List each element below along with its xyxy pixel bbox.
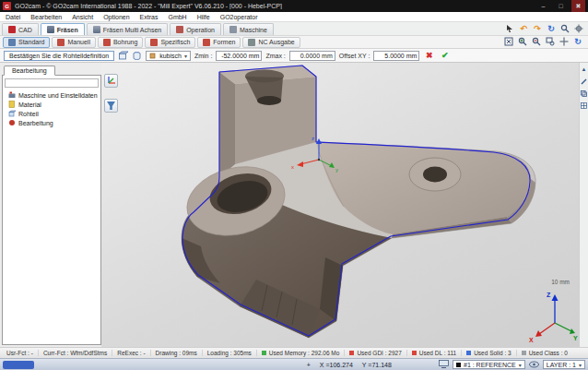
refresh-icon[interactable]: ↻ [546, 23, 557, 34]
coordinate-bar: + X =106.274 Y =71.148 #1 : REFERENCE ▾ … [0, 358, 588, 370]
menu-ansicht[interactable]: Ansicht [72, 14, 93, 20]
monitor-icon[interactable] [439, 360, 449, 369]
grid-icon[interactable] [581, 101, 588, 109]
arrow-up-icon[interactable]: ▲ [581, 66, 588, 73]
undo-icon[interactable]: ↶ [518, 23, 529, 34]
tab-maschine[interactable]: Maschine [223, 23, 274, 35]
subtab-bohrung-label: Bohrung [113, 39, 137, 45]
zmin-field[interactable]: -52.0000 mm [216, 51, 262, 61]
machining-icon [8, 119, 16, 126]
menu-go2operator[interactable]: GO2operator [220, 14, 258, 20]
origin-triad: Z X Y [529, 292, 578, 343]
pencil-icon[interactable] [581, 78, 588, 85]
progress-indicator [3, 361, 34, 369]
window-title: GO2cam - © GO2cam International 1988 - 2… [15, 3, 533, 9]
filter-tool-button[interactable] [104, 99, 118, 113]
tree-item-rohteil-label: Rohteil [18, 111, 39, 117]
svg-text:x: x [291, 164, 294, 170]
menu-optionen[interactable]: Optionen [103, 14, 129, 20]
layer-value: LAYER : 1 [547, 362, 576, 368]
layer-select[interactable]: LAYER : 1 ▾ [543, 360, 585, 369]
status-solid-label: Used Solid : 3 [474, 350, 511, 356]
tree-item-bearbeitung[interactable]: Bearbeitung [5, 118, 99, 127]
confirm-button[interactable]: ✔ [439, 51, 451, 60]
redo-icon[interactable]: ↷ [532, 23, 543, 34]
maximize-button[interactable]: □ [554, 0, 568, 12]
tab-fraesen-multi-achsen[interactable]: Fräsen Multi Achsen [87, 23, 168, 35]
status-gdi-label: Used GDI : 2927 [357, 350, 401, 356]
milling-icon [47, 26, 54, 33]
svg-text:Y: Y [573, 335, 578, 341]
machine-setup-icon [8, 91, 16, 99]
subtab-formen-label: Formen [213, 39, 235, 45]
status-drawing: Drawing : 09ms [151, 350, 203, 356]
offset-xy-field[interactable]: 5.0000 mm [373, 51, 419, 61]
tab-operation[interactable]: Operation [170, 23, 221, 35]
close-button[interactable]: ✖ [571, 0, 585, 12]
pan-icon[interactable] [559, 36, 570, 47]
minimize-button[interactable]: – [536, 0, 550, 12]
zoom-window-icon[interactable] [545, 36, 556, 47]
stock-cylinder-icon[interactable] [132, 51, 142, 61]
tree-item-material[interactable]: Material [5, 100, 99, 109]
cancel-button[interactable]: ✖ [423, 51, 435, 60]
cube-icon [149, 52, 157, 59]
prompt-bar: Bestätigen Sie die Rohteildefinition kub… [0, 49, 588, 63]
menu-gmbh[interactable]: GmbH [168, 14, 186, 20]
subtab-nc-label: NC Ausgabe [258, 39, 294, 45]
subtab-standard-label: Standard [18, 39, 44, 45]
material-icon [8, 101, 16, 108]
zoom-fit-icon[interactable] [503, 36, 514, 47]
status-loading: Loading : 305ms [203, 350, 257, 356]
stock-shape-value: kubisch [159, 53, 182, 59]
menu-bearbeiten[interactable]: Bearbeiten [30, 14, 62, 20]
sidebar: Bearbeitung Maschine und Einstelldaten M… [0, 63, 101, 347]
csys-tool-button[interactable] [104, 74, 118, 88]
subtab-manuell[interactable]: Manuell [52, 37, 96, 48]
status-bar: Usr-Fct : - Curr-Fct : Wfm/DdfStms ReExe… [0, 347, 588, 358]
menu-datei[interactable]: Datei [6, 14, 20, 20]
eye-icon[interactable] [529, 361, 539, 369]
reference-select[interactable]: #1 : REFERENCE ▾ [453, 360, 525, 369]
subtab-nc-ausgabe[interactable]: NC Ausgabe [242, 37, 300, 48]
stock-icon [8, 110, 16, 117]
main-area: Bearbeitung Maschine und Einstelldaten M… [0, 63, 588, 347]
stock-shape-select[interactable]: kubisch ▾ [146, 51, 191, 61]
specific-icon [150, 39, 158, 46]
tab-fraesen[interactable]: Fräsen [41, 23, 85, 35]
subtab-formen[interactable]: Formen [197, 37, 241, 48]
menu-hilfe[interactable]: Hilfe [197, 14, 210, 20]
reference-color-chip [456, 363, 461, 367]
tree-filter-input[interactable] [5, 78, 99, 88]
sidebar-tab-bearbeitung[interactable]: Bearbeitung [4, 66, 55, 76]
viewport[interactable]: x z y 10 mm Z X Y [101, 63, 579, 347]
subtab-spezifisch[interactable]: Spezifisch [145, 37, 195, 48]
subtab-bohrung[interactable]: Bohrung [98, 37, 143, 48]
pointer-select-icon[interactable] [504, 23, 515, 34]
filter-icon [106, 101, 116, 111]
stock-box-icon[interactable] [118, 51, 128, 61]
status-dl-label: Used DL : 111 [419, 350, 456, 356]
shapes-icon [203, 39, 210, 46]
dl-chip-icon [412, 351, 417, 355]
tree-item-material-label: Material [18, 101, 41, 108]
subtab-standard[interactable]: Standard [3, 37, 50, 48]
memory-chip-icon [262, 351, 266, 355]
tree-item-rohteil[interactable]: Rohteil [5, 109, 99, 118]
zoom-in-icon[interactable] [517, 36, 528, 47]
tree-item-maschine[interactable]: Maschine und Einstelldaten [5, 90, 99, 100]
zmax-field[interactable]: 0.0000 mm [289, 51, 335, 61]
ribbon-tab-row: CAD Fräsen Fräsen Multi Achsen Operation… [0, 22, 588, 36]
menu-extras[interactable]: Extras [140, 14, 159, 20]
layers-icon[interactable] [581, 90, 588, 97]
rotate-view-icon[interactable]: ↻ [572, 36, 583, 47]
search-icon[interactable] [559, 23, 570, 34]
tab-cad[interactable]: CAD [2, 23, 39, 35]
zoom-out-icon[interactable] [531, 36, 542, 47]
ribbon-subtab-row: Standard Manuell Bohrung Spezifisch Form… [0, 36, 588, 49]
status-class: Used Class : 0 [517, 350, 572, 356]
machining-tree-panel: Maschine und Einstelldaten Material Roht… [2, 75, 101, 345]
svg-text:X: X [529, 337, 534, 343]
gear-icon[interactable] [573, 23, 584, 34]
viewport-canvas[interactable]: x z y 10 mm Z X Y [101, 63, 579, 347]
